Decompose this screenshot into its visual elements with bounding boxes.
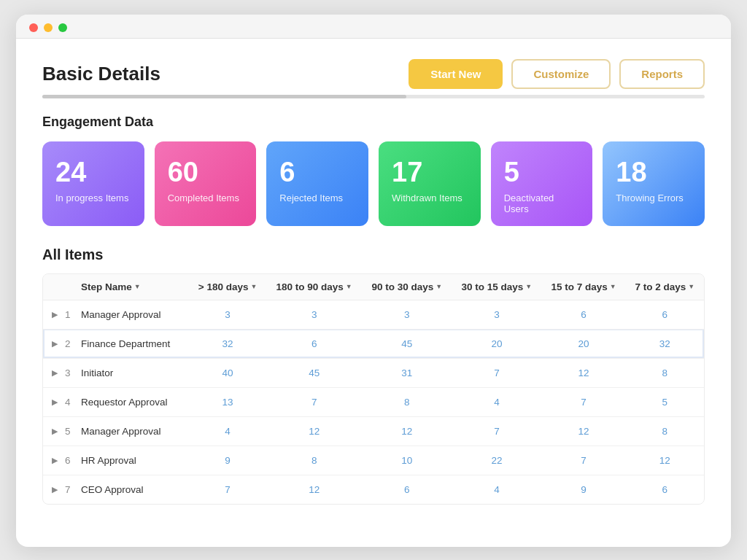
row-5-col-1: 4 xyxy=(189,416,266,446)
row-1-col-2: 3 xyxy=(266,300,362,329)
withdrawn-card: 17 Withdrawn Items xyxy=(379,141,481,226)
row-6-col-1: 9 xyxy=(189,446,266,475)
row-7-col-2: 12 xyxy=(266,475,362,504)
withdrawn-number: 17 xyxy=(392,158,468,188)
row-2-col-5: 20 xyxy=(541,329,625,358)
sort-icon-7to2: ▼ xyxy=(688,283,694,290)
progress-bar xyxy=(42,95,705,98)
col-7to2[interactable]: 7 to 2 days ▼ xyxy=(626,274,704,300)
col-step-name[interactable]: Step Name ▼ xyxy=(43,274,189,300)
col-180plus[interactable]: > 180 days ▼ xyxy=(189,274,266,300)
expand-row-7-button[interactable]: ▶ xyxy=(49,483,61,496)
row-5-col-4: 7 xyxy=(452,416,541,446)
row-3-col-3: 31 xyxy=(362,358,452,387)
expand-row-4-button[interactable]: ▶ xyxy=(49,396,61,408)
errors-label: Throwing Errors xyxy=(616,192,692,203)
row-num-5: 5 xyxy=(65,426,77,437)
table-header-row: Step Name ▼ > 180 days ▼ xyxy=(43,274,704,300)
row-5-col-2: 12 xyxy=(266,416,362,446)
customize-button[interactable]: Customize xyxy=(511,59,611,89)
maximize-dot xyxy=(58,23,67,32)
in-progress-label: In progress Items xyxy=(55,192,131,203)
row-5-col-6: 8 xyxy=(626,416,704,446)
page-title: Basic Details xyxy=(42,63,160,85)
row-7-col-1: 7 xyxy=(189,475,266,504)
cards-row: 24 In progress Items 60 Completed Items … xyxy=(42,141,705,226)
row-name-7: CEO Approval xyxy=(81,484,144,495)
start-new-button[interactable]: Start New xyxy=(409,59,503,89)
row-1-col-6: 6 xyxy=(626,300,704,329)
table-row: ▶ 7 CEO Approval 7126496 xyxy=(43,475,704,504)
table-row: ▶ 4 Requestor Approval 1378475 xyxy=(43,387,704,416)
row-1-col-5: 6 xyxy=(541,300,625,329)
row-2-col-2: 6 xyxy=(266,329,362,358)
row-4-col-1: 13 xyxy=(189,387,266,416)
row-name-4: Requestor Approval xyxy=(81,397,168,408)
sort-icon-30to15: ▼ xyxy=(525,283,532,290)
row-3-col-6: 8 xyxy=(626,358,704,387)
table-row: ▶ 1 Manager Approval 333366 xyxy=(43,300,704,329)
col-180to90[interactable]: 180 to 90 days ▼ xyxy=(266,274,362,300)
row-4-col-5: 7 xyxy=(541,387,625,416)
expand-row-3-button[interactable]: ▶ xyxy=(49,367,61,379)
in-progress-number: 24 xyxy=(55,158,131,188)
reports-button[interactable]: Reports xyxy=(619,59,705,89)
minimize-dot xyxy=(44,23,53,32)
sort-icon-180to90: ▼ xyxy=(346,283,352,290)
row-3-col-5: 12 xyxy=(541,358,625,387)
row-1-col-4: 3 xyxy=(452,300,541,329)
deactivated-card: 5 Deactivated Users xyxy=(491,141,593,226)
row-6-col-6: 12 xyxy=(626,446,704,475)
row-7-col-3: 6 xyxy=(362,475,452,504)
row-5-col-3: 12 xyxy=(362,416,452,446)
row-7-col-6: 6 xyxy=(626,475,704,504)
all-items-title: All Items xyxy=(42,246,705,263)
title-bar xyxy=(16,15,731,39)
engagement-title: Engagement Data xyxy=(42,114,705,130)
row-3-col-4: 7 xyxy=(452,358,541,387)
row-name-6: HR Approval xyxy=(81,455,136,466)
in-progress-card: 24 In progress Items xyxy=(42,141,144,226)
expand-row-1-button[interactable]: ▶ xyxy=(49,308,61,321)
row-num-6: 6 xyxy=(65,455,77,466)
errors-number: 18 xyxy=(616,158,692,188)
main-window: Basic Details Start New Customize Report… xyxy=(16,15,731,547)
row-2-col-3: 45 xyxy=(362,329,452,358)
row-6-col-2: 8 xyxy=(266,446,362,475)
completed-number: 60 xyxy=(168,158,244,188)
row-num-3: 3 xyxy=(65,368,77,378)
row-name-2: Finance Department xyxy=(81,338,170,349)
table-row: ▶ 5 Manager Approval 412127128 xyxy=(43,416,704,446)
rejected-label: Rejected Items xyxy=(279,192,355,203)
row-num-2: 2 xyxy=(65,338,77,349)
sort-icon-15to7: ▼ xyxy=(610,283,616,290)
expand-row-2-button[interactable]: ▶ xyxy=(49,338,61,350)
rejected-card: 6 Rejected Items xyxy=(266,141,368,226)
sort-icon-stepname: ▼ xyxy=(134,283,141,290)
errors-card: 18 Throwing Errors xyxy=(603,141,705,226)
row-6-col-5: 7 xyxy=(541,446,625,475)
row-1-col-3: 3 xyxy=(362,300,452,329)
row-4-col-3: 8 xyxy=(362,387,452,416)
col-15to7[interactable]: 15 to 7 days ▼ xyxy=(541,274,625,300)
row-6-col-4: 22 xyxy=(452,446,541,475)
row-num-7: 7 xyxy=(65,484,77,495)
row-num-1: 1 xyxy=(65,309,77,320)
row-3-col-1: 40 xyxy=(189,358,266,387)
row-2-col-1: 32 xyxy=(189,329,266,358)
row-name-1: Manager Approval xyxy=(81,309,161,320)
row-7-col-5: 9 xyxy=(541,475,625,504)
row-7-col-4: 4 xyxy=(452,475,541,504)
expand-row-6-button[interactable]: ▶ xyxy=(49,454,61,467)
col-90to30[interactable]: 90 to 30 days ▼ xyxy=(362,274,452,300)
completed-label: Completed Items xyxy=(168,192,244,203)
row-name-5: Manager Approval xyxy=(81,426,161,437)
sort-icon-180plus: ▼ xyxy=(250,283,257,290)
expand-row-5-button[interactable]: ▶ xyxy=(49,425,61,438)
progress-fill xyxy=(42,95,406,98)
col-30to15[interactable]: 30 to 15 days ▼ xyxy=(452,274,541,300)
page-header: Basic Details Start New Customize Report… xyxy=(42,59,705,89)
row-4-col-6: 5 xyxy=(626,387,704,416)
sort-icon-90to30: ▼ xyxy=(436,283,442,290)
row-3-col-2: 45 xyxy=(266,358,362,387)
